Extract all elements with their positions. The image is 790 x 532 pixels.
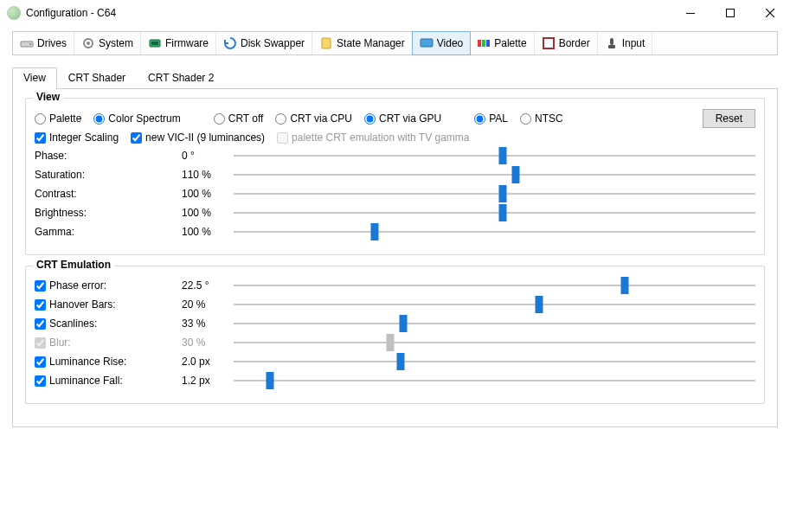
blur-slider (234, 336, 755, 349)
svg-point-5 (87, 42, 90, 45)
view-tabs: View CRT Shader CRT Shader 2 (12, 67, 778, 89)
luminance-fall-slider[interactable] (234, 374, 755, 388)
check-phase-error[interactable] (35, 280, 46, 292)
gamma-label: Gamma: (35, 226, 182, 238)
radio-pal[interactable]: PAL (474, 112, 508, 125)
svg-rect-10 (478, 40, 481, 47)
crt-emulation-title: CRT Emulation (33, 259, 114, 271)
check-luminance-rise[interactable] (35, 356, 46, 368)
contrast-value: 100 % (182, 188, 234, 200)
hanover-bars-label: Hanover Bars: (49, 298, 116, 311)
toolbar-state-manager[interactable]: State Manager (312, 32, 413, 54)
brightness-label: Brightness: (35, 207, 182, 219)
blur-label: Blur: (49, 337, 71, 349)
check-palette-crt-tv: palette CRT emulation with TV gamma (277, 131, 469, 144)
brightness-value: 100 % (182, 207, 234, 219)
check-luminance-fall[interactable] (35, 375, 46, 387)
check-integer-scaling[interactable]: Integer Scaling (35, 131, 119, 144)
phase-error-value: 22.5 ° (182, 279, 234, 292)
toolbar-input[interactable]: Input (598, 32, 653, 54)
svg-rect-0 (686, 13, 695, 14)
radio-crt-via-gpu[interactable]: CRT via GPU (364, 112, 441, 125)
radio-color-spectrum[interactable]: Color Spectrum (93, 112, 180, 125)
window-controls (671, 0, 790, 26)
toolbar-border[interactable]: Border (535, 32, 598, 54)
brightness-slider[interactable] (234, 206, 755, 220)
check-blur (35, 337, 46, 349)
svg-rect-13 (543, 38, 554, 48)
radio-palette[interactable]: Palette (35, 112, 81, 125)
svg-rect-12 (486, 40, 490, 47)
saturation-label: Saturation: (35, 169, 182, 181)
phase-value: 0 ° (182, 150, 234, 162)
phase-label: Phase: (35, 150, 182, 162)
luminance-rise-slider[interactable] (234, 355, 755, 369)
toolbar-system[interactable]: System (74, 32, 141, 54)
svg-rect-15 (608, 45, 615, 48)
toolbar-drives[interactable]: Drives (13, 32, 74, 54)
svg-rect-14 (610, 38, 613, 45)
gamma-value: 100 % (182, 226, 234, 238)
contrast-label: Contrast: (35, 188, 182, 200)
app-icon (7, 6, 21, 20)
toolbar-video[interactable]: Video (412, 31, 471, 55)
scanlines-value: 33 % (182, 317, 234, 330)
check-new-vic[interactable]: new VIC-II (9 luminances) (131, 131, 265, 144)
phase-slider[interactable] (234, 149, 755, 163)
contrast-slider[interactable] (234, 187, 755, 201)
radio-crt-off[interactable]: CRT off (214, 112, 264, 125)
tab-crt-shader-2[interactable]: CRT Shader 2 (137, 67, 225, 89)
svg-point-3 (29, 43, 31, 45)
crt-emulation-group: CRT Emulation Phase error:22.5 ° Hanover… (25, 266, 765, 404)
blur-value: 30 % (182, 337, 234, 349)
hanover-bars-slider[interactable] (234, 298, 755, 311)
luminance-fall-value: 1.2 px (182, 375, 234, 387)
saturation-slider[interactable] (234, 168, 755, 182)
scanlines-slider[interactable] (234, 317, 755, 330)
minimize-button[interactable] (671, 0, 710, 26)
close-button[interactable] (750, 0, 790, 26)
radio-ntsc[interactable]: NTSC (520, 112, 563, 125)
check-scanlines[interactable] (35, 318, 46, 330)
toolbar-disk-swapper[interactable]: Disk Swapper (216, 32, 312, 54)
gamma-slider[interactable] (234, 225, 755, 239)
luminance-rise-value: 2.0 px (182, 356, 234, 368)
phase-error-slider[interactable] (234, 279, 755, 292)
saturation-value: 110 % (182, 169, 234, 181)
tab-view[interactable]: View (12, 67, 57, 89)
svg-rect-11 (482, 40, 485, 47)
luminance-fall-label: Luminance Fall: (49, 375, 123, 387)
view-group-title: View (33, 91, 63, 103)
svg-rect-1 (727, 10, 735, 17)
toolbar-palette[interactable]: Palette (470, 32, 534, 54)
maximize-button[interactable] (710, 0, 750, 26)
tab-crt-shader[interactable]: CRT Shader (57, 67, 137, 89)
svg-rect-9 (421, 39, 433, 47)
view-group: View Palette Color Spectrum CRT off CRT … (25, 98, 765, 255)
svg-rect-8 (322, 38, 331, 48)
svg-rect-7 (151, 42, 158, 45)
hanover-bars-value: 20 % (182, 298, 234, 311)
window-title: Configuration - C64 (26, 7, 116, 19)
reset-button[interactable]: Reset (703, 109, 755, 128)
check-hanover-bars[interactable] (35, 299, 46, 311)
scanlines-label: Scanlines: (49, 317, 97, 330)
toolbar: Drives System Firmware Disk Swapper Stat… (12, 31, 778, 55)
toolbar-firmware[interactable]: Firmware (141, 32, 216, 54)
titlebar: Configuration - C64 (0, 0, 790, 26)
phase-error-label: Phase error: (49, 279, 106, 292)
luminance-rise-label: Luminance Rise: (49, 356, 126, 368)
radio-crt-via-cpu[interactable]: CRT via CPU (275, 112, 352, 125)
